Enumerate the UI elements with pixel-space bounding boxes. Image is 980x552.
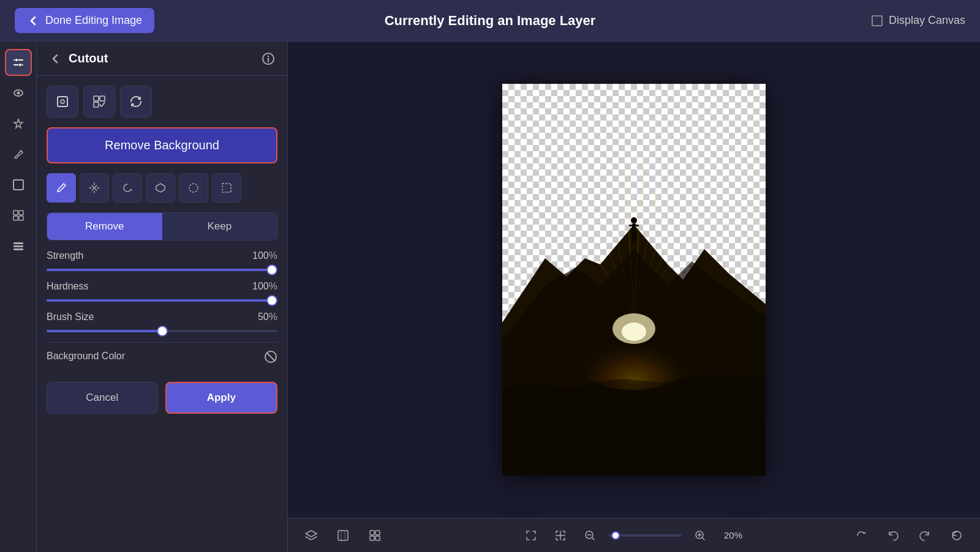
remove-background-button[interactable]: Remove Background [47,127,277,163]
svg-point-27 [189,184,198,192]
remove-toggle-button[interactable]: Remove [47,213,162,240]
strength-label: Strength [47,250,83,261]
sidebar-item-eye[interactable] [5,80,32,106]
svg-rect-12 [13,245,23,247]
sidebar-item-paint[interactable] [5,141,32,168]
layers-tool-button[interactable] [300,524,322,546]
canvas-viewport[interactable] [288,42,980,518]
svg-point-18 [61,100,64,103]
main-layout: Cutout [0,42,980,552]
svg-rect-7 [13,211,18,215]
icon-bar [0,42,37,552]
canvas-image [502,84,766,476]
zoom-out-icon [584,529,596,542]
svg-point-5 [17,92,20,95]
keep-toggle-button[interactable]: Keep [162,213,277,240]
fit-screen-button[interactable] [520,524,542,546]
svg-rect-21 [94,102,99,107]
bottom-bar-right [850,524,968,546]
history-button[interactable] [946,524,968,546]
polygon-button[interactable] [146,173,175,203]
sidebar-item-frame[interactable] [5,171,32,198]
svg-line-64 [592,537,595,540]
hardness-value: 100% [252,281,277,292]
svg-rect-47 [632,223,636,234]
header-title: Currently Editing an Image Layer [385,13,596,29]
sidebar-item-layers[interactable] [5,233,32,259]
paint-icon [12,147,25,161]
refresh-button[interactable] [120,86,152,117]
display-canvas-label[interactable]: Display Canvas [889,14,965,27]
zoom-in-button[interactable] [689,524,711,546]
zoom-in-icon [694,529,706,542]
circle-select-button[interactable] [179,173,208,203]
grid-tool-button[interactable] [364,524,386,546]
brush-size-section: Brush Size 50% [47,311,277,332]
magic-cutout-button[interactable] [83,86,115,117]
header: Done Editing Image Currently Editing an … [0,0,980,42]
background-color-label: Background Color [47,351,125,362]
panel-header: Cutout [37,42,287,76]
panel-back-button[interactable] [49,53,61,65]
brush-size-slider[interactable] [47,330,277,332]
background-color-row: Background Color [47,342,277,370]
magic-wand-button[interactable] [80,173,109,203]
zoom-out-button[interactable] [579,524,601,546]
svg-rect-53 [338,531,348,540]
rect-select-button[interactable] [212,173,241,203]
frames-icon [336,529,350,542]
svg-rect-13 [13,248,23,250]
back-arrow-icon [49,53,61,65]
brush-icon [55,182,67,194]
strength-label-row: Strength 100% [47,250,277,261]
svg-marker-26 [156,184,165,192]
apply-button[interactable]: Apply [165,382,278,414]
brush-size-label-row: Brush Size 50% [47,311,277,323]
sidebar-item-effects[interactable] [5,110,32,137]
brush-size-label: Brush Size [47,311,94,323]
header-right: Display Canvas [872,14,965,27]
layers-bottom-icon [304,529,318,542]
grid-bottom-icon [368,529,382,542]
brush-size-value: 50% [258,311,277,323]
canvas-area: 20% [288,42,980,552]
done-editing-button[interactable]: Done Editing Image [15,8,154,33]
svg-rect-49 [634,233,636,242]
svg-point-1 [15,59,18,62]
zoom-slider-track[interactable] [608,534,682,537]
info-icon [262,52,275,65]
strength-slider[interactable] [47,269,277,271]
done-editing-label: Done Editing Image [45,14,142,27]
panel-info-button[interactable] [262,52,275,65]
hardness-slider[interactable] [47,299,277,302]
expand-button[interactable] [549,524,571,546]
strength-value: 100% [252,250,277,261]
redo-icon [919,529,931,542]
sidebar-item-grid[interactable] [5,202,32,229]
lasso-button[interactable] [113,173,142,203]
hardness-section: Hardness 100% [47,281,277,302]
brush-tool-button[interactable] [47,173,76,203]
null-color-icon [264,350,277,364]
history-icon [951,529,963,542]
background-color-icon[interactable] [264,349,277,364]
redo-button[interactable] [914,524,936,546]
cutout-square-button[interactable] [47,86,78,117]
hardness-label: Hardness [47,281,88,292]
tool-icons-row [47,86,277,117]
zoom-slider-thumb [611,531,620,540]
canvas-reset-button[interactable] [850,524,872,546]
image-display [502,84,766,476]
frames-tool-button[interactable] [332,524,354,546]
undo-button[interactable] [882,524,904,546]
arrow-left-icon [27,15,39,27]
display-canvas-checkbox[interactable] [872,15,883,26]
cancel-button[interactable]: Cancel [47,382,158,414]
grid-icon [12,209,25,222]
sidebar-item-adjustments[interactable] [5,49,32,76]
svg-rect-59 [375,536,380,540]
svg-rect-57 [375,531,380,535]
svg-line-30 [266,352,275,361]
layers-icon [12,239,25,253]
zoom-level: 20% [718,530,748,540]
